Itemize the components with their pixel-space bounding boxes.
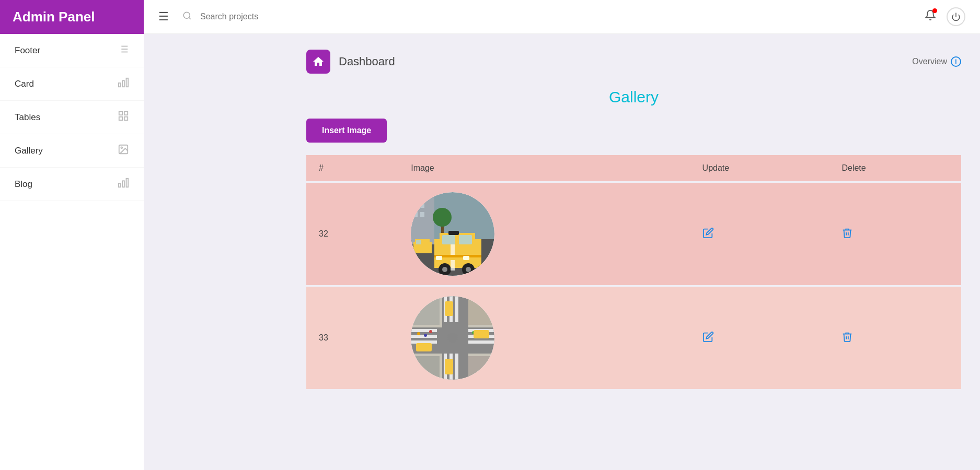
svg-rect-36 [436,256,442,260]
col-header-image: Image [398,155,689,182]
svg-rect-15 [126,179,129,187]
svg-point-39 [442,267,447,272]
svg-point-79 [447,333,458,343]
sidebar-title: Admin Panel [13,9,95,25]
search-input[interactable] [200,12,315,21]
gallery-table: # Image Update Delete 32 [306,155,961,389]
image-circle-32 [411,192,494,276]
svg-rect-46 [451,244,455,255]
info-icon: i [951,56,961,67]
svg-rect-78 [445,301,453,316]
grid-icon [118,110,129,124]
hamburger-icon[interactable]: ☰ [158,10,169,24]
sidebar-item-footer[interactable]: Footer [0,34,144,67]
power-icon[interactable] [947,7,965,26]
trash-icon-33[interactable] [841,333,853,345]
svg-rect-25 [413,203,418,208]
dashboard-header: Dashboard Overview i [306,50,961,74]
trash-icon-32[interactable] [841,229,853,241]
svg-rect-7 [122,80,124,87]
svg-rect-26 [420,203,424,208]
sidebar-item-gallery[interactable]: Gallery [0,134,144,168]
sidebar-label-footer: Footer [15,45,40,56]
svg-point-14 [121,147,122,148]
taxi-scene-1 [411,192,494,276]
svg-rect-64 [411,296,440,325]
svg-rect-12 [119,117,122,120]
svg-line-19 [189,17,190,19]
sidebar-item-card[interactable]: Card [0,67,144,101]
col-header-delete: Delete [829,155,961,182]
svg-rect-53 [411,335,437,338]
row-image-32 [398,182,689,286]
svg-rect-47 [451,260,455,271]
insert-image-button[interactable]: Insert Image [306,119,387,143]
overview-group: Overview i [912,56,961,67]
svg-point-41 [466,267,471,272]
sidebar-item-tables[interactable]: Tables [0,101,144,134]
svg-rect-57 [468,340,494,344]
sidebar-label-blog: Blog [15,179,32,190]
edit-icon-32[interactable] [702,229,714,241]
dashboard-title-group: Dashboard [306,50,395,74]
home-icon-box [306,50,330,74]
sidebar-label-card: Card [15,79,34,89]
svg-rect-28 [420,212,424,217]
search-icon [182,11,192,23]
overview-label: Overview [912,57,947,66]
table-row: 32 [306,182,961,286]
svg-rect-8 [119,83,121,87]
sidebar-label-tables: Tables [15,112,40,123]
topbar-right [925,7,965,26]
row-delete-32[interactable] [829,182,961,286]
notification-dot [932,8,937,13]
row-id-32: 32 [306,182,398,286]
col-header-update: Update [690,155,829,182]
svg-point-68 [417,332,420,335]
sidebar-header: Admin Panel [0,0,144,34]
svg-rect-67 [468,356,494,380]
svg-rect-52 [411,329,437,332]
table-header-row: # Image Update Delete [306,155,961,182]
bar-chart-icon-card [118,77,129,91]
main-content: Dashboard Overview i Gallery Insert Imag… [287,34,980,470]
row-id-33: 33 [306,286,398,390]
row-update-32[interactable] [690,182,829,286]
sidebar: Admin Panel Footer Card Tables Gallery B… [0,0,144,470]
taxi-scene-2 [411,296,494,380]
gallery-title: Gallery [306,88,961,106]
row-image-33 [398,286,689,390]
list-icon [118,43,129,57]
svg-rect-10 [124,112,128,115]
svg-rect-17 [119,183,121,187]
svg-rect-6 [126,78,129,87]
sidebar-label-gallery: Gallery [15,146,43,156]
svg-rect-60 [455,296,458,322]
dashboard-title: Dashboard [339,55,395,68]
svg-rect-34 [459,235,472,244]
table-row: 33 [306,286,961,390]
svg-rect-65 [468,296,494,325]
svg-point-70 [429,330,432,333]
svg-rect-75 [416,343,432,351]
col-header-num: # [306,155,398,182]
svg-rect-11 [124,117,128,120]
svg-point-18 [183,12,190,18]
svg-rect-37 [463,256,469,260]
svg-point-30 [433,208,452,227]
bar-chart-icon-blog [118,177,129,191]
row-update-33[interactable] [690,286,829,390]
svg-rect-66 [411,356,440,380]
sidebar-item-blog[interactable]: Blog [0,168,144,201]
svg-rect-76 [474,330,489,338]
image-circle-33 [411,296,494,380]
svg-rect-16 [122,181,124,187]
row-delete-33[interactable] [829,286,961,390]
svg-rect-33 [442,235,455,244]
svg-rect-77 [445,359,453,374]
bell-icon[interactable] [925,9,936,24]
svg-rect-27 [413,212,418,217]
svg-rect-9 [119,112,122,115]
edit-icon-33[interactable] [702,333,714,345]
image-icon [118,144,129,158]
